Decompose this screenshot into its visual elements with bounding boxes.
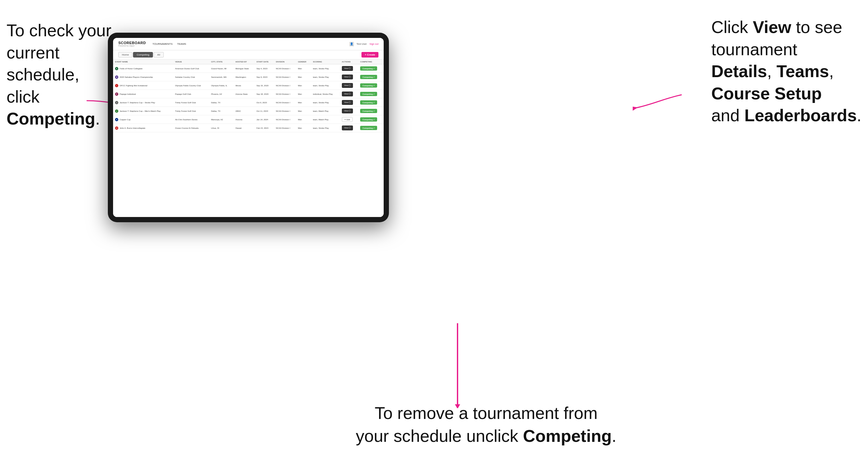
cell-start-date: Oct 11, 2023 — [255, 107, 274, 115]
team-logo: I — [115, 84, 118, 87]
cell-venue: Ocean Course At Hokuala — [173, 124, 209, 132]
cell-hosted-by: ABAC — [234, 107, 255, 115]
brand-title: SCOREBOARD — [118, 41, 146, 45]
col-actions: ACTIONS — [340, 60, 358, 64]
cell-gender: Men — [296, 90, 311, 98]
view-button[interactable]: View ⓘ — [342, 108, 353, 114]
cell-scoring: team, Match Play — [311, 115, 340, 124]
tab-all[interactable]: All — [154, 52, 164, 58]
actions-cell: View ⓘ — [340, 82, 358, 90]
cell-city: Lihue, HI — [209, 124, 234, 132]
competing-button[interactable]: Competing ✓ — [360, 109, 377, 113]
cell-venue: Ak-Chin Southern Dunes — [173, 115, 209, 124]
cell-gender: Men — [296, 98, 311, 107]
competing-cell: Competing ✓ — [358, 90, 384, 98]
cell-venue: Sahalee Country Club — [173, 73, 209, 82]
view-button[interactable]: View ⓘ — [342, 92, 353, 96]
team-logo: J — [115, 101, 118, 104]
event-name: Copper Cup — [120, 118, 130, 121]
actions-cell: View ⓘ — [340, 90, 358, 98]
col-hosted-by: HOSTED BY — [234, 60, 255, 64]
tab-competing[interactable]: Competing — [133, 52, 153, 58]
table-row: JJackson T. Stephens Cup – Stroke PlayTr… — [113, 98, 384, 107]
table-row: IOFCC Fighting Illini InvitationalOlympi… — [113, 82, 384, 90]
competing-cell: Competing ✓ — [358, 64, 384, 73]
cell-hosted-by: Arizona — [234, 115, 255, 124]
cell-gender: Men — [296, 124, 311, 132]
tournaments-table-container: EVENT NAME VENUE CITY, STATE HOSTED BY S… — [113, 60, 384, 217]
view-button[interactable]: View ⓘ — [342, 66, 353, 71]
user-icon: 👤 — [349, 42, 354, 46]
competing-button[interactable]: Competing ✓ — [360, 92, 377, 96]
cell-hosted-by — [234, 98, 255, 107]
tablet-device: SCOREBOARD Powered by clippd TOURNAMENTS… — [108, 33, 389, 222]
competing-cell: Competing ✓ — [358, 124, 384, 132]
arrow-remove-competing — [454, 323, 461, 408]
event-name: Papago Individual — [120, 93, 135, 95]
table-row: ACopper CupAk-Chin Southern DunesMaricop… — [113, 115, 384, 124]
view-button[interactable]: View ⓘ — [342, 83, 353, 88]
create-button[interactable]: + Create — [362, 52, 378, 58]
cell-city: Grand Haven, MI — [209, 64, 234, 73]
view-button[interactable]: View ⓘ — [342, 125, 353, 130]
event-name: 2023 Sahalee Players Championship — [120, 76, 153, 78]
table-row: JJackson T. Stephens Cup – Men's Match P… — [113, 107, 384, 115]
signout-link[interactable]: Sign out — [369, 42, 378, 45]
actions-cell: View ⓘ — [340, 98, 358, 107]
col-competing: COMPETING — [358, 60, 384, 64]
competing-button[interactable]: Competing ✓ — [360, 66, 377, 71]
table-body: SFolds of Honor CollegiateAmerican Dunes… — [113, 64, 384, 132]
cell-gender: Men — [296, 107, 311, 115]
cell-venue: Olympia Fields Country Club — [173, 82, 209, 90]
actions-cell: View ⓘ — [340, 107, 358, 115]
event-name: Jackson T. Stephens Cup – Stroke Play — [120, 101, 155, 103]
cell-start-date: Sep 4, 2023 — [255, 64, 274, 73]
event-name: OFCC Fighting Illini Invitational — [120, 84, 147, 87]
arrow-view-button — [633, 88, 685, 114]
col-division: DIVISION — [274, 60, 296, 64]
cell-scoring: team, Match Play — [311, 107, 340, 115]
competing-cell: Competing ✓ — [358, 82, 384, 90]
view-button[interactable]: View ⓘ — [342, 100, 353, 105]
competing-button[interactable]: Competing ✓ — [360, 117, 377, 122]
event-name-cell: JJackson T. Stephens Cup – Men's Match P… — [113, 107, 173, 115]
event-name-cell: JJackson T. Stephens Cup – Stroke Play — [113, 98, 173, 107]
cell-hosted-by: Illinois — [234, 82, 255, 90]
competing-cell: Competing ✓ — [358, 107, 384, 115]
nav-tournaments[interactable]: TOURNAMENTS — [152, 41, 173, 46]
actions-cell: View ⓘ — [340, 73, 358, 82]
competing-button[interactable]: Competing ✓ — [360, 83, 377, 88]
col-venue: VENUE — [173, 60, 209, 64]
event-name-cell: HJohn A. Burns Intercollegiate — [113, 124, 173, 132]
event-name-cell: ACopper Cup — [113, 115, 173, 124]
cell-start-date: Feb 15, 2024 — [255, 124, 274, 132]
team-logo: A — [115, 118, 118, 121]
team-logo: W — [115, 75, 118, 79]
col-gender: GENDER — [296, 60, 311, 64]
col-city-state: CITY, STATE — [209, 60, 234, 64]
user-name: Test User — [356, 42, 367, 45]
cell-city: Dallas, TX — [209, 98, 234, 107]
cell-city: Phoenix, AZ — [209, 90, 234, 98]
competing-button[interactable]: Competing ✓ — [360, 126, 377, 130]
tab-home[interactable]: Home — [118, 52, 132, 58]
cell-division: NCAA Division I — [274, 64, 296, 73]
competing-button[interactable]: Competing ✓ — [360, 100, 377, 104]
actions-cell: ✏ Edit — [340, 115, 358, 124]
cell-division: NCAA Division I — [274, 107, 296, 115]
event-name-cell: IOFCC Fighting Illini Invitational — [113, 82, 173, 90]
event-name-cell: PPapago Individual — [113, 90, 173, 98]
competing-button[interactable]: Competing ✓ — [360, 75, 377, 79]
cell-venue: Trinity Forest Golf Club — [173, 107, 209, 115]
cell-venue: American Dunes Golf Club — [173, 64, 209, 73]
cell-scoring: team, Stroke Play — [311, 73, 340, 82]
cell-venue: Papago Golf Club — [173, 90, 209, 98]
cell-start-date: Jan 14, 2024 — [255, 115, 274, 124]
view-button[interactable]: View ⓘ — [342, 74, 353, 80]
nav-teams[interactable]: TEAMS — [177, 41, 186, 46]
tablet-screen: SCOREBOARD Powered by clippd TOURNAMENTS… — [113, 38, 384, 217]
edit-button[interactable]: ✏ Edit — [342, 117, 352, 122]
header-left: SCOREBOARD Powered by clippd TOURNAMENTS… — [118, 41, 186, 47]
cell-scoring: team, Stroke Play — [311, 124, 340, 132]
cell-gender: Men — [296, 64, 311, 73]
